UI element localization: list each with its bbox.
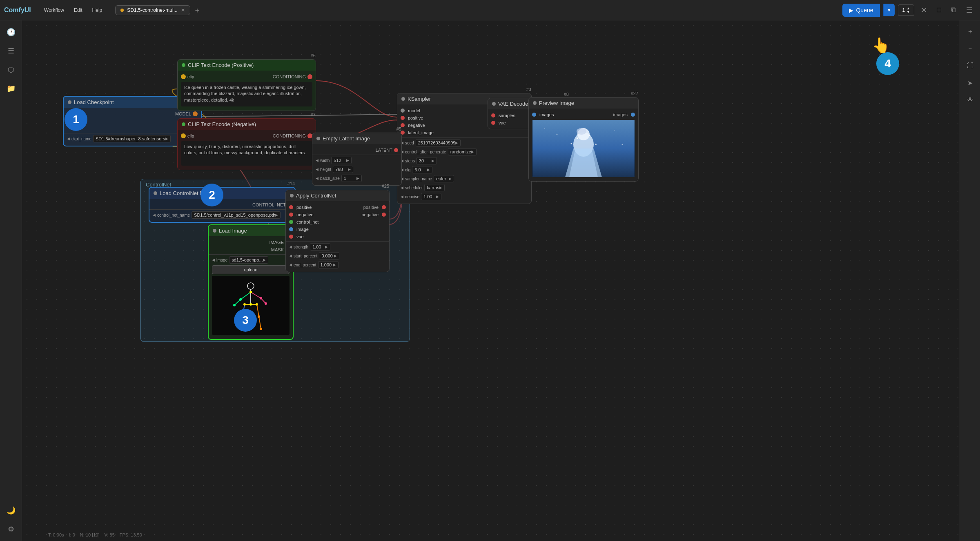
ksampler-seed[interactable]: ◀ seed 251972603449999 ▶	[397, 138, 531, 147]
sidebar-history-icon[interactable]: 🕐	[3, 24, 19, 40]
active-tab[interactable]: SD1.5-controlnet-mul... ✕	[115, 5, 190, 15]
apply-neg-input: negative negative	[286, 211, 389, 218]
node-preview-id: #27	[631, 91, 638, 96]
latent-width[interactable]: ◀ width 512 ▶	[312, 156, 401, 165]
checkpoint-title: Load Checkpoint	[74, 99, 114, 105]
apply-start-val[interactable]: 0.000 ▶	[319, 252, 339, 259]
node-preview-image[interactable]: #27 Preview Image images images	[528, 97, 639, 182]
apply-strength-val[interactable]: 1.00 ▶	[310, 243, 330, 251]
svg-point-6	[577, 137, 578, 139]
node-apply-controlnet[interactable]: #25 Apply ControlNet positive positive n…	[285, 190, 390, 272]
menu-workflow[interactable]: Workflow	[39, 5, 69, 16]
step-badge-1: 1	[65, 108, 87, 131]
ksampler-steps-val[interactable]: 30 ▶	[416, 157, 437, 164]
queue-button[interactable]: ▶ Queue	[842, 4, 880, 17]
node-clip-positive[interactable]: #6 CLIP Text Encode (Positive) clip COND…	[177, 59, 316, 111]
send-icon[interactable]: ➤	[963, 76, 977, 90]
latent-height[interactable]: ◀ height 768 ▶	[312, 165, 401, 174]
load-image-param[interactable]: ◀ image sd1.5-openpo... ▶	[209, 255, 293, 264]
status-time: T: 0.00s	[48, 532, 64, 537]
apply-strength[interactable]: ◀ strength 1.00 ▶	[286, 242, 389, 251]
apply-end[interactable]: ◀ end_percent 1.000 ▶	[286, 260, 389, 269]
upload-button[interactable]: upload	[212, 265, 290, 274]
checkpoint-value[interactable]: SD1.5/dreamshaper_8.safetensors ▶	[93, 135, 171, 142]
status-nodes: N: 10 [10]	[80, 532, 100, 537]
node-clip-pos-id: #6	[311, 53, 316, 58]
ksampler-sampler[interactable]: ◀ sampler_name euler ▶	[397, 174, 531, 183]
controlnet-model-value[interactable]: SD1.5/control_v11p_sd15_openpose.pth ▶	[192, 211, 281, 219]
svg-point-30	[260, 297, 262, 299]
add-tab-btn[interactable]: ＋	[194, 5, 201, 15]
node-clip-neg-id: #7	[311, 112, 316, 117]
queue-dropdown-btn[interactable]: ▾	[883, 4, 895, 16]
checkpoint-param-label: ckpt_name	[71, 137, 91, 141]
ksampler-cfg[interactable]: ◀ cfg 6.0 ▶	[397, 165, 531, 174]
sidebar-list-icon[interactable]: ☰	[3, 43, 19, 59]
sidebar-folder-icon[interactable]: 📁	[3, 81, 19, 96]
step-badge-2: 2	[200, 184, 223, 206]
menu-edit[interactable]: Edit	[69, 5, 87, 16]
apply-start[interactable]: ◀ start_percent 0.000 ▶	[286, 251, 389, 260]
maximize-icon[interactable]: □	[933, 4, 944, 16]
latent-height-val[interactable]: 768 ▶	[333, 166, 353, 173]
queue-label: Queue	[856, 7, 873, 13]
clip-neg-text[interactable]: Low-quality, blurry, distorted, unrealis…	[181, 141, 312, 166]
queue-count-display: 1 ▲▼	[898, 4, 915, 16]
load-image-value[interactable]: sd1.5-openpo... ▶	[229, 256, 268, 264]
zoom-out-icon[interactable]: －	[963, 42, 977, 55]
apply-controlnet-input: control_net	[286, 218, 389, 226]
fit-view-icon[interactable]: ⛶	[963, 59, 977, 73]
hamburger-icon[interactable]: ☰	[963, 4, 976, 16]
latent-width-val[interactable]: 512 ▶	[331, 157, 352, 164]
ksampler-cfg-val[interactable]: 6.0 ▶	[412, 166, 432, 173]
load-image-header: Load Image	[209, 225, 293, 236]
sidebar-settings-icon[interactable]: ⚙	[3, 521, 19, 537]
ksampler-title: KSampler	[408, 96, 431, 102]
node-ksampler-id: #3	[526, 87, 531, 92]
svg-point-8	[595, 144, 597, 145]
checkpoint-status-dot	[68, 100, 71, 104]
latent-batch[interactable]: ◀ batch_size 1 ▶	[312, 174, 401, 183]
svg-point-32	[243, 303, 246, 306]
node-clip-negative[interactable]: #7 CLIP Text Encode (Negative) clip COND…	[177, 118, 316, 170]
clip-pos-title: CLIP Text Encode (Positive)	[188, 62, 254, 68]
ksampler-denoise-val[interactable]: 1.00 ▶	[421, 193, 441, 200]
ksampler-sampler-val[interactable]: euler ▶	[434, 175, 454, 182]
ksampler-seed-val[interactable]: 251972603449999 ▶	[416, 139, 461, 146]
zoom-in-icon[interactable]: ＋	[963, 24, 977, 38]
clip-pos-input: clip CONDITIONING	[178, 73, 316, 80]
preview-image-thumbnail	[532, 120, 635, 177]
ksampler-scheduler-val[interactable]: karras ▶	[424, 184, 445, 191]
apply-controlnet-title: Apply ControlNet	[296, 193, 336, 199]
ksampler-denoise[interactable]: ◀ denoise 1.00 ▶	[397, 192, 531, 201]
tab-close-btn[interactable]: ✕	[181, 7, 185, 13]
apply-end-val[interactable]: 1.000 ▶	[318, 261, 339, 268]
sidebar-cube-icon[interactable]: ⬡	[3, 62, 19, 78]
ksampler-control-after-val[interactable]: randomize ▶	[448, 148, 477, 155]
node-empty-latent[interactable]: #5 Empty Latent Image LATENT ◀ width 512…	[312, 133, 402, 186]
svg-point-9	[571, 143, 572, 144]
restore-icon[interactable]: ⧉	[948, 4, 960, 16]
clip-neg-title: CLIP Text Encode (Negative)	[188, 121, 256, 127]
workflow-canvas[interactable]: ControlNet #4 Load Checkpoint MODEL CLIP…	[22, 20, 960, 541]
ksampler-steps[interactable]: ◀ steps 30 ▶	[397, 156, 531, 165]
svg-point-26	[249, 291, 252, 293]
close-window-icon[interactable]: ✕	[918, 4, 930, 16]
svg-point-37	[260, 328, 262, 330]
clip-pos-text[interactable]: Ice queen in a frozen castle, wearing a …	[181, 82, 312, 106]
menu-help[interactable]: Help	[87, 5, 107, 16]
ksampler-scheduler[interactable]: ◀ scheduler karras ▶	[397, 183, 531, 192]
controlnet-model-param[interactable]: ◀ control_net_name SD1.5/control_v11p_sd…	[149, 211, 295, 220]
ksampler-control-after[interactable]: ◀ control_after_generate randomize ▶	[397, 147, 531, 156]
sidebar-moon-icon[interactable]: 🌙	[3, 503, 19, 518]
eye-icon[interactable]: 👁	[963, 93, 977, 107]
svg-point-28	[239, 298, 242, 301]
svg-point-36	[258, 315, 260, 318]
latent-batch-val[interactable]: 1 ▶	[341, 175, 362, 182]
topbar-right: ▶ Queue ▾ 1 ▲▼ ✕ □ ⧉ ☰	[842, 4, 976, 17]
load-image-mask-port: MASK	[209, 246, 293, 253]
status-fps: FPS: 13.50	[120, 532, 142, 537]
apply-controlnet-header: Apply ControlNet	[286, 190, 389, 201]
svg-point-13	[622, 144, 623, 145]
svg-point-12	[614, 130, 615, 131]
